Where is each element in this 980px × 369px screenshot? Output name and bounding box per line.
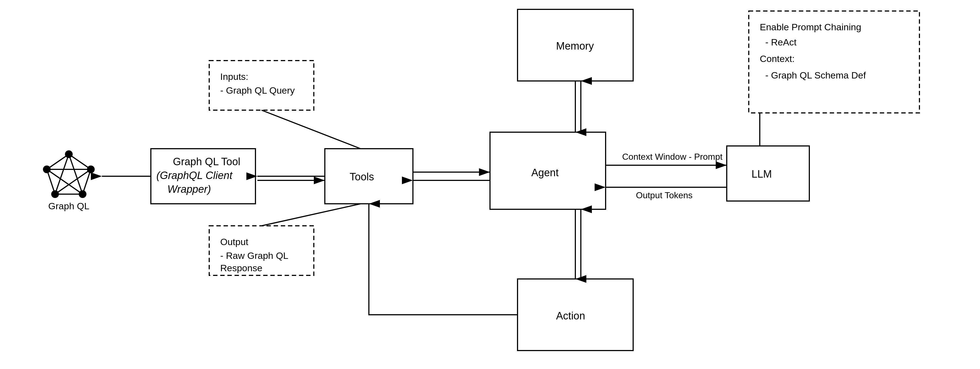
svg-line-4: [47, 154, 69, 169]
svg-line-9: [55, 169, 91, 194]
inputs-label2: - Graph QL Query: [220, 85, 295, 95]
svg-line-3: [47, 169, 55, 194]
graphql-icon: Graph QL: [43, 150, 95, 211]
svg-line-1: [83, 169, 91, 194]
output-label2: - Raw Graph QL: [220, 250, 288, 261]
svg-line-7: [47, 169, 83, 194]
graphql-tool-label2: (GraphQL Client: [156, 170, 232, 181]
arrow-action-to-tools: [369, 204, 517, 315]
diagram-container: Graph QL Graph QL Tool (GraphQL Client W…: [0, 0, 980, 369]
svg-point-13: [51, 190, 59, 198]
output-label1: Output: [220, 237, 248, 247]
agent-label: Agent: [531, 167, 559, 178]
action-label: Action: [556, 310, 585, 321]
prompt-chain-label1: Enable Prompt Chaining: [760, 22, 861, 32]
memory-label: Memory: [556, 40, 594, 52]
svg-point-11: [87, 165, 95, 173]
llm-label: LLM: [751, 168, 772, 180]
prompt-chain-label3: Context:: [760, 53, 795, 64]
graphql-tool-label1: Graph QL Tool: [173, 156, 240, 167]
inputs-label1: Inputs:: [220, 71, 248, 82]
svg-line-0: [69, 154, 91, 169]
line-inputs-to-tools: [261, 110, 361, 149]
output-tokens-label: Output Tokens: [636, 190, 693, 200]
graphql-tool-label3: Wrapper): [167, 183, 211, 195]
output-label3: Response: [220, 263, 262, 273]
tools-label: Tools: [350, 171, 374, 183]
svg-line-6: [69, 154, 83, 194]
graphql-label: Graph QL: [48, 201, 89, 211]
line-output-to-tools: [261, 204, 361, 226]
architecture-diagram: Graph QL Graph QL Tool (GraphQL Client W…: [0, 0, 980, 369]
svg-point-12: [79, 190, 86, 198]
prompt-chain-label4: - Graph QL Schema Def: [765, 70, 866, 80]
svg-line-5: [55, 154, 69, 194]
prompt-chain-label2: - ReAct: [765, 37, 797, 48]
svg-point-10: [65, 150, 73, 158]
context-window-label: Context Window - Prompt: [622, 152, 722, 162]
svg-point-14: [43, 165, 51, 173]
